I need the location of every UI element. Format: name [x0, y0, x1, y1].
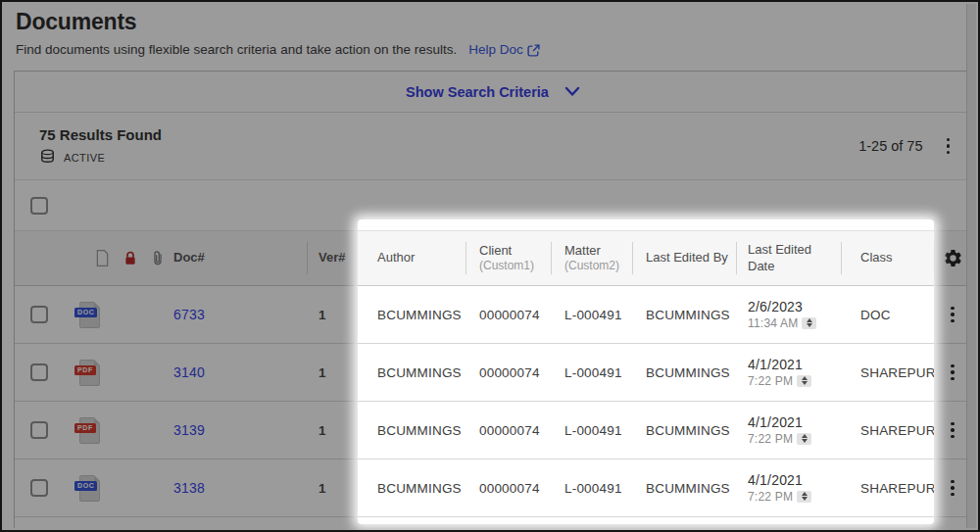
- up-down-arrows-icon: [802, 317, 816, 329]
- external-link-icon: [527, 44, 540, 57]
- chevron-down-icon: [564, 86, 580, 97]
- matter-header-sublabel: (Custom2): [564, 259, 632, 273]
- file-type-badge: PDF: [74, 423, 96, 433]
- column-header-last-edited-by[interactable]: Last Edited By: [632, 231, 736, 285]
- select-all-checkbox[interactable]: [30, 197, 48, 215]
- class-cell: SHAREPURCH: [841, 459, 934, 516]
- column-header-version[interactable]: Ver#: [307, 231, 359, 285]
- doc-number-link[interactable]: 3138: [173, 480, 205, 496]
- client-cell: 00000074: [466, 459, 551, 516]
- pagination-label: 1-25 of 75: [858, 138, 922, 154]
- column-header-class[interactable]: Class: [841, 231, 934, 285]
- help-doc-link[interactable]: Help Doc: [468, 42, 540, 57]
- row-menu-kebab-icon[interactable]: [943, 476, 962, 501]
- help-doc-label: Help Doc: [468, 42, 523, 57]
- client-cell: 00000074: [466, 402, 551, 459]
- table-row: DOC 6733 1 BCUMMINGS 00000074 L-000491 B…: [15, 286, 971, 344]
- class-cell: DOC: [841, 286, 934, 343]
- client-cell: 00000074: [466, 286, 551, 343]
- last-edited-date-cell: 4/1/2021 7:22 PM: [736, 344, 841, 401]
- edited-time: 7:22 PM: [748, 432, 793, 446]
- author-cell: BCUMMINGS: [359, 459, 466, 516]
- file-type-badge: DOC: [74, 308, 97, 317]
- client-cell: 00000074: [466, 344, 551, 401]
- column-header-client[interactable]: Client (Custom1): [466, 231, 551, 285]
- show-search-criteria-toggle[interactable]: Show Search Criteria: [406, 84, 580, 100]
- up-down-arrows-icon: [797, 433, 811, 445]
- version-cell: 1: [307, 344, 359, 401]
- author-cell: BCUMMINGS: [359, 344, 466, 401]
- version-cell: 1: [307, 402, 359, 459]
- doc-number-link[interactable]: 3139: [173, 422, 205, 438]
- file-type-badge: PDF: [74, 365, 96, 375]
- cabinet-name: ACTIVE: [64, 152, 105, 164]
- search-criteria-bar: Show Search Criteria: [15, 72, 971, 113]
- last-edited-by-cell: BCUMMINGS: [632, 286, 736, 343]
- table-row: PDF 3139 1 BCUMMINGS 00000074 L-000491 B…: [15, 402, 971, 459]
- lock-icon[interactable]: [122, 250, 138, 266]
- matter-cell: L-000491: [551, 402, 632, 459]
- column-header-doc-number[interactable]: Doc#: [173, 231, 307, 285]
- up-down-arrows-icon: [797, 375, 811, 387]
- app-window: Documents Find documents using flexible …: [0, 0, 980, 532]
- matter-cell: L-000491: [551, 459, 632, 516]
- class-cell: SHAREPURCH: [841, 344, 934, 401]
- page-subtitle: Find documents using flexible search cri…: [16, 42, 457, 57]
- author-cell: BCUMMINGS: [359, 286, 466, 343]
- gear-icon[interactable]: [943, 248, 963, 268]
- last-edited-date-cell: 4/1/2021 7:22 PM: [736, 402, 841, 459]
- edited-time: 7:22 PM: [748, 490, 793, 504]
- row-menu-kebab-icon[interactable]: [943, 361, 962, 385]
- table-row: DOC 3138 1 BCUMMINGS 00000074 L-000491 B…: [15, 459, 971, 517]
- row-menu-kebab-icon[interactable]: [943, 303, 962, 327]
- edited-time: 11:34 AM: [748, 316, 798, 330]
- column-header-last-edited-date[interactable]: Last Edited Date: [736, 231, 841, 285]
- column-header-matter[interactable]: Matter (Custom2): [551, 231, 632, 285]
- row-checkbox[interactable]: [30, 479, 48, 497]
- page-outline-icon[interactable]: [95, 249, 110, 267]
- select-all-row: [15, 180, 971, 231]
- table-row: PDF 3140 1 BCUMMINGS 00000074 L-000491 B…: [15, 344, 971, 402]
- header-select-spacer: [15, 231, 70, 285]
- matter-cell: L-000491: [551, 344, 632, 401]
- last-edited-date-cell: 4/1/2021 7:22 PM: [736, 459, 841, 516]
- author-cell: BCUMMINGS: [359, 402, 466, 459]
- row-checkbox[interactable]: [30, 306, 48, 323]
- edited-date: 4/1/2021: [748, 472, 803, 489]
- show-search-criteria-label: Show Search Criteria: [406, 84, 549, 100]
- edited-date: 4/1/2021: [748, 357, 803, 373]
- results-menu-kebab-icon[interactable]: [939, 134, 958, 159]
- header-icon-columns: [70, 231, 173, 285]
- doc-number-link[interactable]: 3140: [173, 364, 205, 380]
- last-edited-date-cell: 2/6/2023 11:34 AM: [736, 286, 841, 343]
- edited-date: 4/1/2021: [748, 414, 803, 431]
- vertical-scrollbar[interactable]: [966, 4, 976, 528]
- file-type-icon: PDF: [79, 360, 100, 386]
- last-edited-by-cell: BCUMMINGS: [632, 459, 736, 516]
- up-down-arrows-icon: [797, 491, 811, 503]
- paperclip-icon[interactable]: [151, 249, 165, 267]
- edited-date: 2/6/2023: [748, 299, 803, 315]
- class-cell: SHAREPURCH: [841, 402, 934, 459]
- client-header-sublabel: (Custom1): [479, 259, 551, 273]
- results-summary-bar: 75 Results Found ACTIVE 1-25 of 75: [15, 113, 971, 180]
- edited-time: 7:22 PM: [748, 374, 793, 388]
- row-menu-kebab-icon[interactable]: [943, 418, 962, 443]
- results-panel: Show Search Criteria 75 Results Found AC…: [14, 71, 972, 528]
- file-type-icon: DOC: [79, 475, 100, 502]
- row-checkbox[interactable]: [30, 363, 48, 381]
- page-header: Documents Find documents using flexible …: [2, 2, 978, 57]
- file-type-badge: DOC: [74, 481, 97, 491]
- client-header-label: Client: [479, 243, 551, 259]
- file-type-icon: PDF: [79, 417, 100, 444]
- row-checkbox[interactable]: [30, 421, 48, 439]
- column-header-author[interactable]: Author: [359, 231, 466, 285]
- version-cell: 1: [307, 286, 359, 343]
- file-type-icon: DOC: [79, 302, 100, 328]
- last-edited-by-cell: BCUMMINGS: [632, 344, 736, 401]
- doc-number-link[interactable]: 6733: [173, 307, 205, 322]
- page-title: Documents: [16, 9, 978, 35]
- matter-cell: L-000491: [551, 286, 632, 343]
- database-icon: [39, 149, 56, 166]
- last-edited-by-cell: BCUMMINGS: [632, 402, 736, 459]
